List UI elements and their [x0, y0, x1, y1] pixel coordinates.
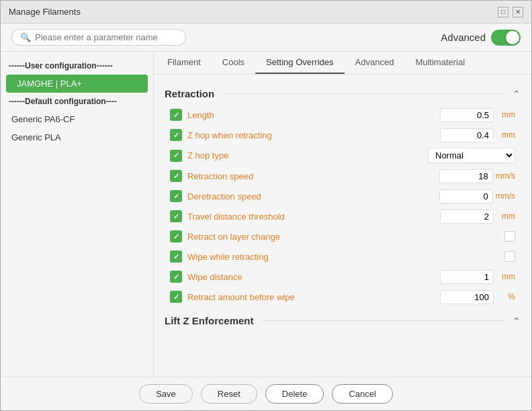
row-wipe-distance: Wipe distance mm: [165, 267, 521, 287]
unit-length: mm: [496, 110, 515, 120]
select-zhop-type[interactable]: Normal Slope: [428, 148, 515, 163]
check-zhop[interactable]: [170, 129, 182, 141]
window-controls: □ ✕: [498, 7, 523, 17]
user-section-header: ------User configuration------: [1, 57, 153, 75]
label-retract-before-wipe: Retract amount before wipe: [187, 292, 440, 302]
value-wipe-distance: mm: [440, 270, 515, 284]
input-zhop[interactable]: [440, 128, 494, 142]
value-travel-threshold: mm: [440, 210, 515, 224]
row-wipe-retract: Wipe while retracting: [165, 246, 521, 267]
unit-retraction-speed: mm/s: [496, 171, 515, 181]
unit-zhop: mm: [496, 130, 515, 140]
reset-button[interactable]: Reset: [201, 384, 257, 404]
retraction-section-header: Retraction ⌃: [165, 88, 521, 99]
tab-multimaterial[interactable]: Multimaterial: [404, 52, 476, 74]
sidebar-item-pla[interactable]: Generic PLA: [1, 128, 153, 146]
search-icon: 🔍: [20, 32, 31, 42]
label-zhop: Z hop when retracting: [187, 130, 440, 140]
delete-button[interactable]: Delete: [265, 384, 324, 404]
tab-advanced[interactable]: Advanced: [345, 52, 405, 74]
value-deretraction-speed: mm/s: [439, 189, 515, 203]
check-retraction-speed[interactable]: [170, 170, 182, 182]
retraction-title: Retraction: [165, 88, 214, 99]
unit-wipe-distance: mm: [496, 272, 515, 281]
value-retract-before-wipe: %: [440, 290, 515, 304]
row-retract-layer: Retract on layer change: [165, 226, 521, 246]
search-bar: 🔍 Advanced: [1, 24, 531, 52]
right-panel: Filament Cools Setting Overrides Advance…: [154, 52, 531, 377]
check-zhop-type[interactable]: [170, 150, 182, 162]
tabs: Filament Cools Setting Overrides Advance…: [154, 52, 531, 75]
search-input[interactable]: [35, 32, 177, 42]
checkbox-wipe-retract[interactable]: [504, 251, 515, 262]
value-length: mm: [440, 108, 515, 122]
check-wipe-retract[interactable]: [170, 250, 182, 263]
sidebar-item-jamghe[interactable]: JAMGHE | PLA+: [6, 75, 148, 93]
title-bar: Manage Filaments □ ✕: [1, 1, 531, 24]
tab-filament[interactable]: Filament: [157, 52, 212, 74]
check-length[interactable]: [170, 109, 182, 121]
label-retraction-speed: Retraction speed: [187, 171, 439, 181]
row-zhop-type: Z hop type Normal Slope: [165, 145, 521, 166]
check-retract-before-wipe[interactable]: [170, 291, 182, 303]
label-retract-layer: Retract on layer change: [187, 232, 504, 242]
minimize-button[interactable]: □: [498, 7, 508, 17]
unit-travel-threshold: mm: [496, 212, 515, 221]
sidebar: ------User configuration------ JAMGHE | …: [1, 52, 154, 377]
value-zhop: mm: [440, 128, 515, 142]
row-retraction-speed: Retraction speed mm/s: [165, 166, 521, 186]
row-length: Length mm: [165, 105, 521, 125]
unit-retract-before-wipe: %: [496, 292, 515, 302]
label-wipe-distance: Wipe distance: [187, 272, 440, 282]
liftz-divider: [262, 320, 504, 321]
label-travel-threshold: Travel distance threshold: [187, 212, 440, 222]
tab-setting-overrides[interactable]: Setting Overrides: [255, 52, 344, 74]
label-deretraction-speed: Deretraction speed: [187, 191, 439, 201]
input-wipe-distance[interactable]: [440, 270, 494, 284]
value-zhop-type: Normal Slope: [428, 148, 515, 163]
row-deretraction-speed: Deretraction speed mm/s: [165, 186, 521, 206]
cancel-button[interactable]: Cancel: [332, 384, 392, 404]
label-length: Length: [187, 110, 440, 120]
retraction-chevron[interactable]: ⌃: [513, 89, 521, 99]
save-button[interactable]: Save: [139, 384, 193, 404]
label-wipe-retract: Wipe while retracting: [187, 252, 504, 262]
toggle-knob: [506, 31, 519, 44]
close-button[interactable]: ✕: [513, 7, 523, 17]
label-zhop-type: Z hop type: [187, 150, 428, 161]
row-zhop: Z hop when retracting mm: [165, 125, 521, 145]
search-wrap: 🔍: [11, 29, 186, 46]
main-content: ------User configuration------ JAMGHE | …: [1, 52, 531, 377]
settings-panel: Retraction ⌃ Length mm Z hop when: [154, 75, 531, 377]
input-length[interactable]: [440, 108, 494, 122]
input-retract-before-wipe[interactable]: [440, 290, 494, 304]
checkbox-retract-layer[interactable]: [504, 231, 515, 242]
check-deretraction-speed[interactable]: [170, 190, 182, 202]
input-travel-threshold[interactable]: [440, 210, 494, 224]
liftz-title: Lift Z Enforcement: [165, 315, 254, 326]
main-window: Manage Filaments □ ✕ 🔍 Advanced ------Us…: [0, 0, 532, 411]
input-retraction-speed[interactable]: [439, 169, 493, 183]
value-retraction-speed: mm/s: [439, 169, 515, 183]
advanced-toggle: Advanced: [441, 30, 521, 46]
advanced-toggle-switch[interactable]: [491, 30, 521, 46]
liftz-section-header: Lift Z Enforcement ⌃: [165, 315, 521, 326]
bottom-bar: Save Reset Delete Cancel: [1, 377, 531, 410]
input-deretraction-speed[interactable]: [439, 189, 493, 203]
check-travel-threshold[interactable]: [170, 210, 182, 222]
liftz-chevron[interactable]: ⌃: [513, 316, 521, 326]
default-section-header: ------Default configuration----: [1, 93, 153, 110]
check-retract-layer[interactable]: [170, 230, 182, 242]
value-retract-layer: [504, 231, 515, 242]
value-wipe-retract: [504, 251, 515, 262]
advanced-label: Advanced: [441, 32, 486, 43]
window-title: Manage Filaments: [9, 7, 81, 17]
row-retract-before-wipe: Retract amount before wipe %: [165, 287, 521, 307]
retraction-divider: [222, 93, 504, 94]
unit-deretraction-speed: mm/s: [496, 191, 515, 201]
tab-cools[interactable]: Cools: [212, 52, 255, 74]
row-travel-threshold: Travel distance threshold mm: [165, 206, 521, 226]
check-wipe-distance[interactable]: [170, 271, 182, 283]
sidebar-item-pa6cf[interactable]: Generic PA6-CF: [1, 110, 153, 128]
